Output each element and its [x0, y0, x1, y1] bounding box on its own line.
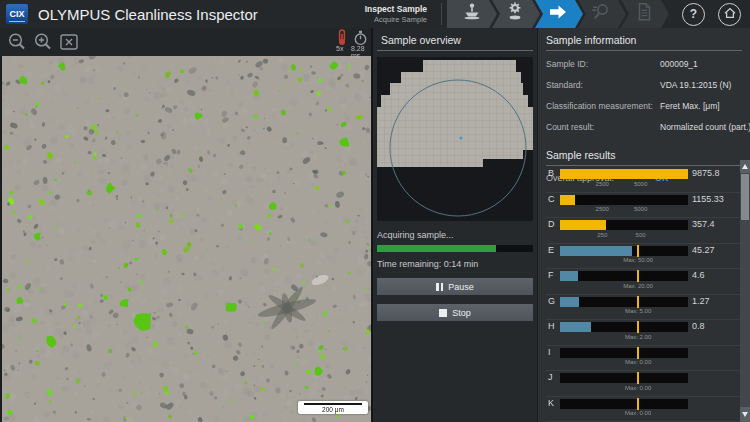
help-button[interactable]: ? [682, 3, 705, 26]
result-value: 1.27 [692, 296, 710, 306]
workflow-steps [447, 0, 669, 28]
step-acquire[interactable] [533, 0, 583, 28]
axis-tick-label: 250 [587, 232, 617, 238]
sample-overview-panel: Sample overview Acquiring sample... Time… [373, 28, 537, 422]
info-row: Count result: Normalized count (part.) [546, 122, 742, 143]
info-label: Classification measurement: [546, 101, 660, 111]
class-label: E [548, 245, 554, 255]
scroll-down-button[interactable] [740, 407, 750, 422]
gear-icon [504, 1, 526, 27]
limit-marker [637, 296, 639, 308]
info-value: Feret Max. [μm] [660, 101, 720, 111]
step-load-sample[interactable] [447, 0, 497, 28]
result-bar-fill [560, 246, 632, 256]
fit-to-view-button[interactable] [58, 31, 80, 57]
info-row: Classification measurement: Feret Max. [… [546, 101, 742, 122]
max-limit-label: Max: 50.00 [623, 257, 653, 263]
result-bar-fill [560, 220, 606, 230]
pause-label: Pause [448, 282, 474, 292]
pause-button[interactable]: Pause [377, 278, 533, 295]
acquisition-progress-bar [377, 245, 533, 252]
triangle-up-icon [742, 164, 748, 169]
result-bar [560, 246, 688, 256]
axis-tick-label: 2500 [587, 206, 617, 212]
max-limit-label: Max: 0.00 [625, 359, 651, 365]
class-label: K [548, 398, 554, 408]
result-row: C250050001155.33 [546, 193, 740, 219]
workflow-caption: Inspect Sample Acquire Sample [365, 4, 427, 23]
class-label: D [548, 219, 555, 229]
zoom-out-button[interactable] [6, 31, 28, 57]
arrow-right-icon [547, 1, 569, 27]
workflow-title: Inspect Sample [365, 4, 427, 14]
result-value: 357.4 [692, 219, 715, 229]
acquisition-status: Acquiring sample... [377, 230, 533, 240]
limit-marker [637, 245, 639, 257]
info-label: Count result: [546, 122, 660, 132]
title-bar: CIX OLYMPUS Cleanliness Inspector Inspec… [0, 0, 750, 28]
home-button[interactable] [718, 3, 741, 26]
result-bar [560, 220, 688, 230]
limit-marker [637, 372, 639, 384]
axis-tick-label: 500 [626, 232, 656, 238]
progress-fill [377, 245, 496, 252]
result-bar [560, 297, 688, 307]
max-limit-label: Max: 0.00 [625, 385, 651, 391]
scrollbar-thumb[interactable] [741, 174, 749, 220]
result-bar-fill [560, 195, 575, 205]
axis-tick-label: 5000 [626, 206, 656, 212]
document-icon [633, 1, 655, 27]
info-value: VDA 19.1:2015 (N) [660, 80, 731, 90]
step-sample-settings[interactable] [490, 0, 540, 28]
zoom-in-button[interactable] [32, 31, 54, 57]
exposure-value: 8.28 ms [351, 45, 371, 59]
workflow-bar: Inspect Sample Acquire Sample [365, 0, 750, 28]
result-row: JMax: 0.00 [546, 371, 740, 397]
sample-overview-map[interactable] [377, 57, 533, 221]
scroll-up-button[interactable] [740, 160, 750, 173]
time-remaining: Time remaining: 0:14 min [377, 259, 533, 269]
result-bar-fill [560, 297, 579, 307]
pause-icon [436, 283, 443, 291]
scale-bar-line [304, 403, 362, 405]
sample-results-title: Sample results [546, 149, 742, 166]
results-scrollbar[interactable] [740, 160, 750, 422]
max-limit-label: Max: 0.00 [625, 410, 651, 416]
class-label: H [548, 321, 555, 331]
overview-mosaic [377, 57, 533, 221]
axis-tick-label: 2500 [587, 181, 617, 187]
result-bar-fill [560, 271, 578, 281]
live-image-view[interactable]: 200 μm [2, 56, 371, 422]
stop-label: Stop [452, 308, 471, 318]
step-review-results[interactable] [576, 0, 626, 28]
info-row: Sample ID: 000009_1 [546, 59, 742, 80]
app-title: OLYMPUS Cleanliness Inspector [38, 6, 258, 23]
result-value: 1155.33 [692, 194, 724, 204]
workflow-subtitle: Acquire Sample [365, 15, 427, 24]
class-label: B [548, 168, 554, 178]
result-row: EMax: 50.0045.27 [546, 244, 740, 270]
magnification-value: 5x [336, 45, 343, 52]
result-value: 45.27 [692, 245, 715, 255]
sample-overview-title: Sample overview [377, 34, 533, 51]
step-report[interactable] [619, 0, 669, 28]
result-value: 4.6 [692, 270, 705, 280]
divider [441, 3, 442, 25]
result-row: IMax: 0.00 [546, 346, 740, 372]
stage-position-dot [459, 136, 462, 139]
stop-icon [439, 309, 447, 317]
result-row: B250050009875.8 [546, 167, 740, 193]
result-bar [560, 399, 688, 409]
magnifier-results-icon [590, 1, 612, 27]
stop-button[interactable]: Stop [377, 304, 533, 321]
scale-bar-label: 200 μm [298, 406, 368, 413]
specimen-canvas[interactable] [2, 56, 371, 422]
result-row: GMax: 5.001.27 [546, 295, 740, 321]
info-label: Sample ID: [546, 59, 660, 69]
result-bar-fill [560, 322, 591, 332]
info-value: 000009_1 [660, 59, 698, 69]
results-list: B250050009875.8C250050001155.33D25050035… [546, 167, 740, 422]
image-toolbar: 5x 8.28 ms [0, 28, 371, 56]
info-row: Standard: VDA 19.1:2015 (N) [546, 80, 742, 101]
triangle-down-icon [742, 412, 748, 417]
